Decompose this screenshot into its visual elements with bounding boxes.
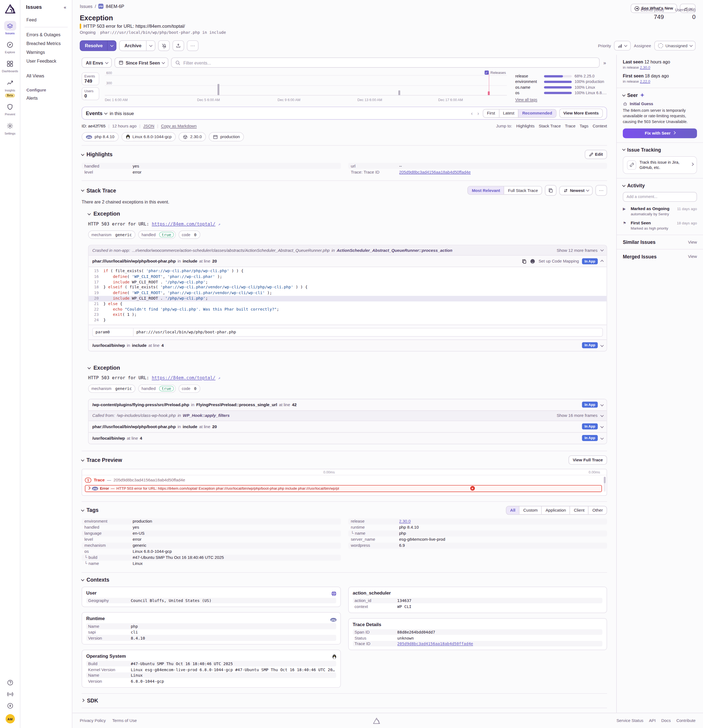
collapse-chevron-icon[interactable] bbox=[81, 458, 84, 461]
show-more-frames-link[interactable]: Show 12 more frames bbox=[557, 248, 598, 253]
sort-newest-dropdown[interactable]: Newest bbox=[559, 186, 593, 195]
collapse-chevron-icon[interactable] bbox=[81, 188, 84, 191]
edit-highlights-button[interactable]: Edit bbox=[585, 150, 607, 159]
sidebar-item-alerts[interactable]: Alerts bbox=[25, 94, 68, 103]
context-value[interactable]: 205d9d8bc3ad4156aa18ab4d50ffad4e bbox=[397, 641, 473, 646]
issue-tracking-card[interactable]: Track this issue in Jira, GitHub, etc. bbox=[623, 156, 697, 174]
frame-row-expanded[interactable]: phar:///usr/local/bin/wp/php/boot-phar.p… bbox=[89, 255, 606, 267]
nav-item-prevent[interactable]: Prevent bbox=[0, 102, 20, 116]
frame-row[interactable]: /usr/local/bin/wpat line4In App bbox=[89, 432, 606, 444]
sidebar-item-feed[interactable]: Feed bbox=[25, 15, 68, 24]
jump-to-highlights[interactable]: Highlights bbox=[516, 124, 535, 129]
trace-scrollbar[interactable] bbox=[604, 477, 606, 491]
broadcast-icon[interactable] bbox=[7, 691, 13, 698]
section-sdk[interactable]: SDK bbox=[82, 693, 607, 708]
sidebar-collapse-button[interactable]: « bbox=[64, 4, 66, 10]
issue-tracking-header[interactable]: Issue Tracking bbox=[623, 147, 697, 152]
copy-markdown-link[interactable]: Copy as Markdown bbox=[161, 124, 196, 129]
comment-input[interactable] bbox=[626, 194, 693, 199]
nav-item-issues[interactable]: Issues bbox=[0, 21, 20, 35]
json-link[interactable]: JSON bbox=[143, 124, 154, 129]
date-range-filter[interactable]: Since First Seen bbox=[114, 58, 169, 68]
collapse-chevron-icon[interactable] bbox=[88, 212, 91, 215]
footer-link-terms-of-use[interactable]: Terms of Use bbox=[112, 718, 137, 723]
events-dropdown[interactable]: Events bbox=[86, 110, 107, 116]
mute-button[interactable] bbox=[158, 40, 170, 51]
trace-root-row[interactable]: 1 Trace — 205d9d8bc3ad4156aa18ab4d50ffad… bbox=[82, 475, 606, 484]
next-event-button[interactable]: › bbox=[476, 110, 480, 116]
nav-item-dashboards[interactable]: Dashboards bbox=[0, 59, 20, 73]
sidebar-item-errors-outages[interactable]: Errors & Outages bbox=[25, 30, 68, 39]
help-icon[interactable] bbox=[7, 679, 13, 686]
footer-link-service-status[interactable]: Service Status bbox=[616, 718, 644, 723]
issue-short-id[interactable]: 84EM-6P bbox=[106, 4, 124, 9]
copy-stack-trace-button[interactable] bbox=[545, 185, 556, 196]
exception-url-link[interactable]: https://84em.com/toptal/ bbox=[152, 221, 215, 227]
event-tag-2-30-0[interactable]: 2.30.0 bbox=[179, 132, 206, 142]
sidebar-expand-button[interactable]: » bbox=[602, 60, 607, 65]
priority-dropdown[interactable] bbox=[614, 41, 631, 51]
full-stack-trace-toggle[interactable]: Full Stack Trace bbox=[504, 186, 542, 194]
kv-value[interactable]: 2.30.0 bbox=[399, 519, 413, 524]
install-icon[interactable] bbox=[7, 702, 13, 709]
similar-issues-view-link[interactable]: View bbox=[688, 240, 697, 244]
tags-filter-custom[interactable]: Custom bbox=[519, 506, 541, 514]
user-avatar[interactable]: AM bbox=[5, 714, 14, 724]
jump-to-context[interactable]: Context bbox=[593, 124, 607, 129]
show-more-frames-link[interactable]: Show 16 more frames bbox=[557, 413, 598, 418]
sentry-logo[interactable] bbox=[4, 4, 16, 15]
breadcrumb-issues-link[interactable]: Issues bbox=[79, 4, 92, 9]
section-event-grouping-information[interactable]: Event Grouping Information bbox=[82, 708, 607, 713]
jump-to-stack-trace[interactable]: Stack Trace bbox=[539, 124, 561, 129]
event-tab-latest[interactable]: Latest bbox=[499, 109, 518, 117]
sidebar-item-warnings[interactable]: Warnings bbox=[25, 48, 68, 56]
stack-trace-more-button[interactable]: ··· bbox=[595, 185, 607, 196]
exception-url-link[interactable]: https://84em.com/toptal/ bbox=[152, 375, 215, 380]
view-full-trace-button[interactable]: View Full Trace bbox=[569, 455, 607, 465]
resolve-button[interactable]: Resolve bbox=[80, 41, 107, 51]
assignee-dropdown[interactable]: Unassigned bbox=[654, 41, 696, 51]
tag-summary-row[interactable]: environment100% production bbox=[515, 79, 607, 84]
frame-row[interactable]: phar:///usr/local/bin/wp/php/boot-phar.p… bbox=[89, 421, 606, 432]
sidebar-item-user-feedback[interactable]: User Feedback bbox=[25, 56, 68, 65]
collapse-chevron-icon[interactable] bbox=[81, 152, 84, 155]
footer-link-privacy-policy[interactable]: Privacy Policy bbox=[79, 718, 106, 723]
frame-row[interactable]: /usr/local/bin/wp in include at line 4 I… bbox=[89, 339, 606, 351]
nav-item-insights[interactable]: Insights bbox=[0, 78, 20, 92]
tag-summary-row[interactable]: os100% Linux 6.8.0-1044-g... bbox=[515, 90, 607, 95]
last-seen-release-link[interactable]: 2.30.0 bbox=[640, 65, 650, 69]
fix-with-seer-button[interactable]: Fix with Seer bbox=[623, 128, 697, 138]
event-tab-recommended[interactable]: Recommended bbox=[518, 109, 556, 117]
jump-to-trace[interactable]: Trace bbox=[565, 124, 575, 129]
tag-summary-row[interactable]: release68% 2.25.0 bbox=[515, 73, 607, 79]
seer-header[interactable]: Seer bbox=[623, 92, 697, 98]
collapse-chevron-icon[interactable] bbox=[88, 366, 91, 369]
graph-events-stat[interactable]: Events 749 bbox=[82, 72, 99, 85]
archive-dropdown-button[interactable] bbox=[146, 41, 155, 51]
tags-filter-all[interactable]: All bbox=[507, 506, 519, 514]
merged-issues-view-link[interactable]: View bbox=[688, 254, 697, 259]
environment-filter[interactable]: All Envs bbox=[82, 58, 112, 68]
sidebar-item-breached-metrics[interactable]: Breached Metrics bbox=[25, 39, 68, 48]
search-input[interactable] bbox=[183, 60, 595, 65]
tags-filter-application[interactable]: Application bbox=[541, 506, 570, 514]
footer-link-docs[interactable]: Docs bbox=[661, 718, 671, 723]
tags-filter-client[interactable]: Client bbox=[570, 506, 589, 514]
collapsed-frames-row[interactable]: Crashed in non-app: ...r/vendor/woocomme… bbox=[89, 245, 606, 255]
most-relevant-toggle[interactable]: Most Relevant bbox=[468, 186, 504, 194]
sidebar-item-all-views[interactable]: All Views bbox=[25, 71, 68, 80]
view-all-tags-link[interactable]: View all tags bbox=[515, 97, 537, 102]
event-chart[interactable]: ✓ Releases 600300 Dec 1 6:00 AMDec 5 6:0… bbox=[105, 72, 510, 102]
collapse-chevron-icon[interactable] bbox=[81, 578, 84, 581]
view-more-events-button[interactable]: View More Events bbox=[559, 108, 603, 118]
footer-link-api[interactable]: API bbox=[649, 718, 656, 723]
event-tab-first[interactable]: First bbox=[483, 109, 499, 117]
tags-filter-other[interactable]: Other bbox=[588, 506, 606, 514]
activity-header[interactable]: Activity bbox=[623, 183, 697, 188]
first-seen-release-link[interactable]: 2.22.0 bbox=[640, 79, 650, 84]
code-mapping-link[interactable]: Set up Code Mapping bbox=[538, 259, 579, 263]
event-tag-php-8-4-10[interactable]: phpphp 8.4.10 bbox=[82, 132, 118, 142]
frame-row[interactable]: /wp-content/plugins/flying-press/src/Pre… bbox=[89, 399, 606, 410]
collapsed-frames-row[interactable]: Called from:/wp-includes/class-wp-hook.p… bbox=[89, 410, 606, 420]
copy-icon[interactable] bbox=[522, 259, 527, 264]
